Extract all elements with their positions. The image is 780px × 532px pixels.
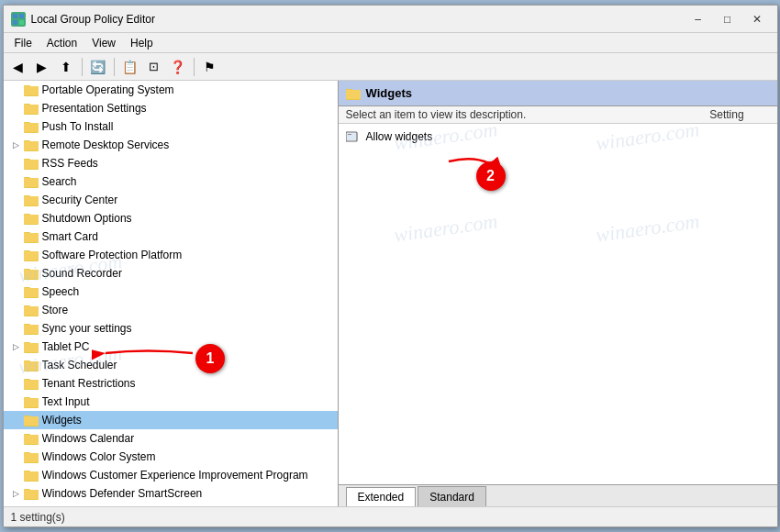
maximize-button[interactable]: □ <box>715 10 741 28</box>
svg-rect-54 <box>24 380 39 389</box>
window-title: Local Group Policy Editor <box>31 13 685 26</box>
svg-rect-48 <box>24 343 39 352</box>
svg-rect-15 <box>24 141 39 150</box>
annotation-2: 2 <box>476 161 506 191</box>
tree-expander: ▷ <box>11 488 22 499</box>
menu-help[interactable]: Help <box>123 35 161 51</box>
right-panel-header: Widgets <box>339 81 777 106</box>
tree-item-label: Software Protection Platform <box>42 249 183 261</box>
tree-item[interactable]: Search <box>4 172 338 191</box>
toolbar-back[interactable]: ◀ <box>7 56 29 78</box>
tree-expander <box>11 451 22 462</box>
tree-expander <box>11 249 22 260</box>
tree-item[interactable]: Sound Recorder <box>4 264 338 283</box>
folder-icon <box>24 83 39 96</box>
tree-item[interactable]: Software Protection Platform <box>4 246 338 264</box>
tree-item-label: Tablet PC <box>42 340 90 353</box>
tab-standard[interactable]: Standard <box>418 486 486 506</box>
toolbar-help[interactable]: ❓ <box>167 56 189 78</box>
toolbar-export[interactable]: 📋 <box>119 56 141 78</box>
folder-icon <box>24 194 39 206</box>
main-window: Local Group Policy Editor – □ ✕ File Act… <box>3 5 778 527</box>
tree-item[interactable]: Store <box>4 301 338 319</box>
tree-item[interactable]: Windows Color System <box>4 448 338 466</box>
folder-icon <box>24 340 39 353</box>
right-panel: Widgets winaero.com winaero.com winaero.… <box>339 81 777 506</box>
tree-item[interactable]: Portable Operating System <box>4 81 338 99</box>
app-icon <box>11 12 26 27</box>
folder-icon <box>24 139 39 151</box>
tree-item[interactable]: Windows Customer Experience Improvement … <box>4 466 338 484</box>
tree-item[interactable]: ▷Windows Defender SmartScreen <box>4 484 338 503</box>
tree-item-label: Windows Customer Experience Improvement … <box>42 469 308 482</box>
tree-item-label: Windows Color System <box>42 450 156 463</box>
svg-rect-30 <box>24 233 39 242</box>
main-content: Portable Operating SystemPresentation Se… <box>4 81 777 506</box>
menu-file[interactable]: File <box>7 35 39 51</box>
svg-rect-90 <box>346 90 361 99</box>
toolbar-filter[interactable]: ⊡ <box>143 56 165 78</box>
tree-item[interactable]: Push To Install <box>4 117 338 136</box>
folder-icon <box>24 450 39 463</box>
tree-expander <box>11 176 22 187</box>
tree-item[interactable]: ▷Remote Desktop Services <box>4 136 338 154</box>
tree-item[interactable]: ▷Tablet PC <box>4 338 338 356</box>
svg-rect-27 <box>24 215 39 224</box>
tree-item[interactable]: Tenant Restrictions <box>4 374 338 393</box>
tree-expander <box>11 84 22 95</box>
tree-expander <box>11 268 22 279</box>
toolbar-action2[interactable]: ⚑ <box>199 56 221 78</box>
tab-extended[interactable]: Extended <box>346 487 417 506</box>
toolbar-forward[interactable]: ▶ <box>31 56 53 78</box>
folder-icon <box>24 249 39 261</box>
list-item[interactable]: Allow widgets <box>346 127 770 146</box>
right-content: winaero.com winaero.com winaero.com wina… <box>339 106 777 484</box>
folder-icon <box>24 395 39 408</box>
tree-expander: ▷ <box>11 341 22 352</box>
menu-action[interactable]: Action <box>39 35 84 51</box>
tree-item-label: Windows Defender SmartScreen <box>42 487 203 500</box>
toolbar-up[interactable]: ⬆ <box>55 56 77 78</box>
toolbar-refresh[interactable]: 🔄 <box>87 56 109 78</box>
minimize-button[interactable]: – <box>685 10 711 28</box>
tree-item[interactable]: Windows Calendar <box>4 429 338 448</box>
tree-item[interactable]: RSS Feeds <box>4 154 338 172</box>
svg-rect-3 <box>19 20 24 25</box>
menu-view[interactable]: View <box>84 35 123 51</box>
close-button[interactable]: ✕ <box>744 10 770 28</box>
tree-item[interactable]: Smart Card <box>4 227 338 246</box>
folder-icon <box>24 414 39 427</box>
svg-rect-1 <box>19 14 24 18</box>
tree-item[interactable]: Shutdown Options <box>4 209 338 227</box>
tree-item-label: Tenant Restrictions <box>42 377 136 390</box>
folder-icon <box>24 487 39 500</box>
tree-expander <box>11 231 22 242</box>
svg-rect-18 <box>24 160 39 169</box>
svg-rect-51 <box>24 361 39 371</box>
tree-item[interactable]: Text Input <box>4 393 338 411</box>
svg-rect-36 <box>24 270 39 279</box>
tree-item-label: RSS Feeds <box>42 157 98 170</box>
tree-item[interactable]: Speech <box>4 283 338 301</box>
toolbar-separator-2 <box>114 58 115 76</box>
svg-rect-9 <box>24 105 39 114</box>
folder-icon <box>24 285 39 298</box>
status-text: 1 setting(s) <box>11 511 65 524</box>
folder-icon <box>24 469 39 482</box>
tree-item-label: Windows Calendar <box>42 432 135 445</box>
tree-item[interactable]: Widgets <box>4 411 338 429</box>
right-items-list: Allow widgets <box>339 124 777 150</box>
title-bar: Local Group Policy Editor – □ ✕ <box>4 6 777 33</box>
tree-item[interactable]: Presentation Settings <box>4 99 338 117</box>
svg-rect-42 <box>24 306 39 316</box>
tree-item-label: Widgets <box>42 414 82 427</box>
tree-item-label: Search <box>42 175 77 188</box>
tree-expander: ▷ <box>11 139 22 150</box>
tree-item[interactable]: Sync your settings <box>4 319 338 338</box>
tree-item[interactable]: Task Scheduler <box>4 356 338 374</box>
folder-icon <box>24 230 39 243</box>
tree-item[interactable]: Security Center <box>4 191 338 209</box>
folder-icon <box>24 212 39 225</box>
toolbar: ◀ ▶ ⬆ 🔄 📋 ⊡ ❓ ⚑ <box>4 53 777 81</box>
svg-rect-33 <box>24 251 39 260</box>
